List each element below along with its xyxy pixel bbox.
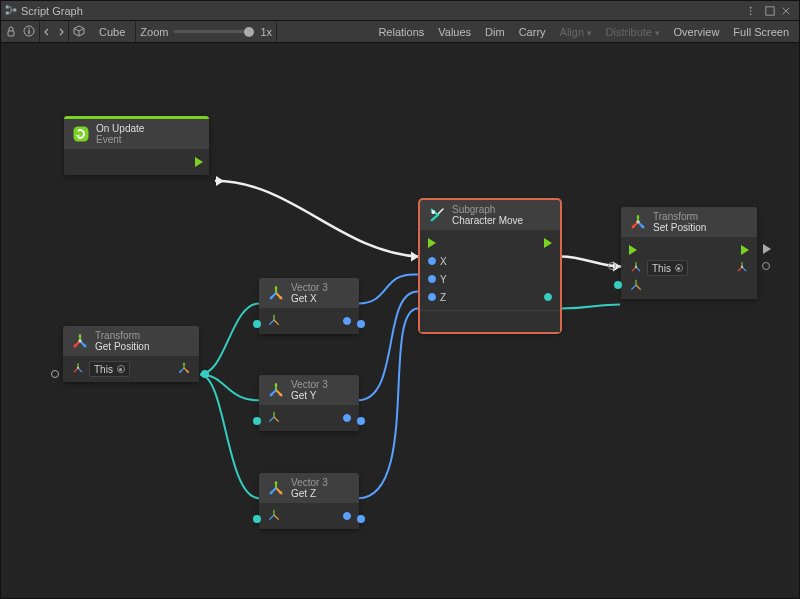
vector-mini-icon: [629, 278, 643, 294]
flow-out-icon[interactable]: [195, 157, 203, 167]
node-title: Get Z: [291, 488, 328, 499]
vector-mini-icon: [267, 508, 281, 524]
input-port[interactable]: [253, 320, 261, 328]
output-port-vec[interactable]: [544, 293, 552, 301]
svg-rect-11: [74, 127, 89, 142]
target-in-port[interactable]: [608, 262, 616, 270]
flow-in-port[interactable]: [629, 245, 637, 255]
flow-in-port[interactable]: [428, 238, 436, 248]
target-out-port[interactable]: [762, 262, 770, 270]
svg-point-14: [431, 210, 435, 214]
node-category: Transform: [95, 330, 149, 341]
object-picker-icon[interactable]: [675, 264, 683, 272]
zoom-value: 1x: [260, 26, 272, 38]
transform-icon: [71, 332, 89, 350]
window: { "title": "Script Graph", "toolbar": { …: [0, 0, 800, 599]
node-character-move[interactable]: SubgraphCharacter Move X Y Z: [420, 200, 560, 332]
svg-rect-10: [28, 30, 29, 34]
script-graph-icon: [5, 4, 21, 18]
node-get-x[interactable]: Vector 3Get X: [259, 278, 359, 334]
graph-canvas[interactable]: On UpdateEvent TransformGet Position Thi…: [1, 43, 799, 598]
toolbar: Cube Zoom 1x Relations Values Dim Carry …: [1, 21, 799, 43]
output-port[interactable]: [343, 317, 351, 325]
node-get-z[interactable]: Vector 3Get Z: [259, 473, 359, 529]
align-dropdown[interactable]: Align: [554, 24, 598, 40]
node-get-y[interactable]: Vector 3Get Y: [259, 375, 359, 431]
node-get-position[interactable]: TransformGet Position This: [63, 326, 199, 382]
node-category: Subgraph: [452, 204, 523, 215]
cube-icon: [73, 25, 87, 39]
vector3-icon: [267, 381, 285, 399]
output-port[interactable]: [343, 414, 351, 422]
close-icon[interactable]: [781, 4, 795, 18]
zoom-slider[interactable]: [174, 30, 254, 33]
node-title: Get Y: [291, 390, 328, 401]
distribute-dropdown[interactable]: Distribute: [600, 24, 666, 40]
vector-mini-icon: [177, 361, 191, 377]
vec-in-port[interactable]: [614, 281, 622, 289]
flow-trigger-icon: [216, 176, 224, 186]
port-y[interactable]: [428, 275, 436, 283]
vector3-icon: [267, 479, 285, 497]
nav-icon[interactable]: [44, 26, 64, 38]
breadcrumb[interactable]: Cube: [93, 24, 131, 40]
maximize-icon[interactable]: [765, 4, 779, 18]
lock-icon[interactable]: [5, 25, 17, 39]
overview-button[interactable]: Overview: [668, 24, 726, 40]
node-title: Get Position: [95, 341, 149, 352]
output-port[interactable]: [201, 370, 209, 378]
output-port-ext[interactable]: [357, 417, 365, 425]
node-on-update[interactable]: On UpdateEvent: [64, 116, 209, 175]
output-port[interactable]: [343, 512, 351, 520]
node-subtitle: Event: [96, 134, 144, 145]
flow-out-port[interactable]: [544, 238, 552, 248]
svg-point-3: [750, 6, 752, 8]
node-title: On Update: [96, 123, 144, 134]
relations-button[interactable]: Relations: [372, 24, 430, 40]
svg-point-9: [28, 27, 30, 29]
carry-button[interactable]: Carry: [513, 24, 552, 40]
port-label-x: X: [440, 256, 447, 267]
menu-icon[interactable]: [749, 4, 763, 18]
input-port[interactable]: [253, 417, 261, 425]
flow-exit-icon[interactable]: [763, 244, 771, 254]
node-category: Vector 3: [291, 477, 328, 488]
zoom-label: Zoom: [140, 26, 168, 38]
node-title: Set Position: [653, 222, 706, 233]
node-title: Get X: [291, 293, 328, 304]
svg-rect-0: [6, 5, 9, 8]
vector-mini-icon: [267, 410, 281, 426]
subgraph-icon: [428, 206, 446, 224]
info-icon[interactable]: [23, 25, 35, 39]
object-picker-icon[interactable]: [117, 365, 125, 373]
transform-mini-icon: [71, 361, 85, 377]
port-x[interactable]: [428, 257, 436, 265]
vector-mini-icon: [267, 313, 281, 329]
titlebar[interactable]: Script Graph: [1, 1, 799, 21]
fullscreen-button[interactable]: Full Screen: [727, 24, 795, 40]
port-label-z: Z: [440, 292, 446, 303]
node-category: Vector 3: [291, 379, 328, 390]
node-category: Transform: [653, 211, 706, 222]
node-category: Vector 3: [291, 282, 328, 293]
svg-point-4: [750, 10, 752, 12]
event-loop-icon: [72, 125, 90, 143]
self-value: This: [652, 263, 671, 274]
flow-out-port[interactable]: [741, 245, 749, 255]
self-object-field[interactable]: This: [647, 260, 688, 276]
input-port[interactable]: [253, 515, 261, 523]
port-label-y: Y: [440, 274, 447, 285]
port-z[interactable]: [428, 293, 436, 301]
window-title: Script Graph: [21, 5, 83, 17]
output-port-ext[interactable]: [357, 515, 365, 523]
transform-out-icon: [735, 260, 749, 276]
svg-rect-7: [8, 31, 14, 36]
dim-button[interactable]: Dim: [479, 24, 511, 40]
values-button[interactable]: Values: [432, 24, 477, 40]
output-port-ext[interactable]: [357, 320, 365, 328]
input-port[interactable]: [51, 370, 59, 378]
vector3-icon: [267, 284, 285, 302]
self-object-field[interactable]: This: [89, 361, 130, 377]
svg-rect-6: [766, 6, 774, 14]
node-set-position[interactable]: TransformSet Position This: [621, 207, 757, 299]
